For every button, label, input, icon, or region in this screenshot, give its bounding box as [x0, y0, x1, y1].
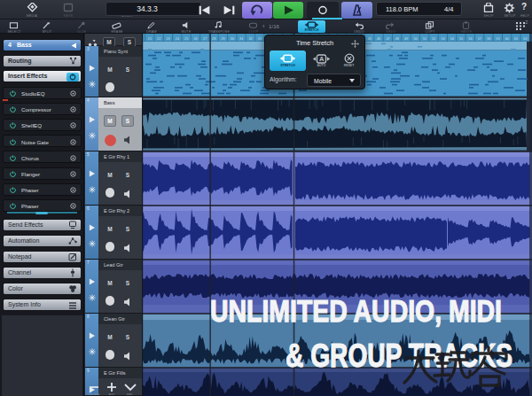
- svg-text:A: A: [319, 55, 325, 63]
